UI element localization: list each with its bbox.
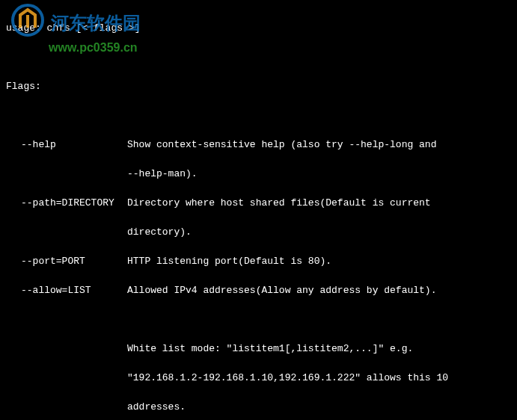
allow-white-1: White list mode: "listitem1[,listitem2,.… <box>6 342 511 356</box>
flag-path: --path=DIRECTORY <box>21 196 127 211</box>
flag-path-desc: Directory where host shared files(Defaul… <box>127 196 431 211</box>
allow-white-2: "192.168.1.2-192.168.1.10,192.169.1.222"… <box>6 371 511 386</box>
flag-port-row: --port=PORTHTTP listening port(Default i… <box>6 254 511 269</box>
flag-path-row: --path=DIRECTORYDirectory where host sha… <box>6 196 511 211</box>
flag-allow-row: --allow=LISTAllowed IPv4 addresses(Allow… <box>6 283 511 298</box>
allow-white-3: addresses. <box>6 400 511 415</box>
terminal-output: usage: chfs [< flags >] Flags: --helpSho… <box>6 6 511 420</box>
flag-help-row: --helpShow context-sensitive help (also … <box>6 138 511 152</box>
flag-allow-desc: Allowed IPv4 addresses(Allow any address… <box>127 283 436 298</box>
flag-port: --port=PORT <box>21 254 127 269</box>
flag-help-desc: Show context-sensitive help (also try --… <box>127 138 436 152</box>
flag-port-desc: HTTP listening port(Default is 80). <box>127 254 331 269</box>
flag-allow: --allow=LIST <box>21 283 127 298</box>
blank-line <box>6 108 511 123</box>
flag-path-desc-cont: directory). <box>6 225 511 240</box>
flag-help-desc-cont: --help-man). <box>6 167 511 182</box>
flag-help: --help <box>21 138 127 152</box>
usage-line: usage: chfs [< flags >] <box>6 21 511 36</box>
blank-line <box>6 312 511 327</box>
flags-header: Flags: <box>6 79 511 94</box>
blank-line <box>6 50 511 65</box>
